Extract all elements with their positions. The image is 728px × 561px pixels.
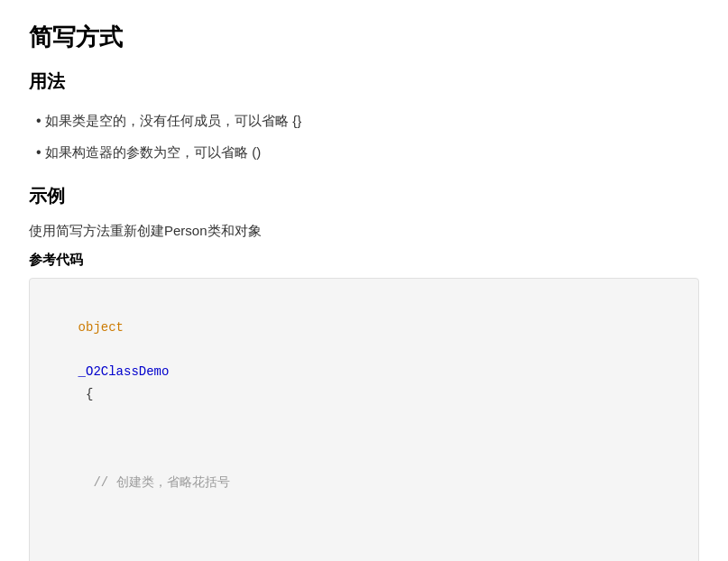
usage-item-1: 如果类是空的，没有任何成员，可以省略 {} — [36, 105, 699, 136]
example-section-title: 示例 — [29, 184, 699, 208]
object-name: _O2ClassDemo — [78, 364, 170, 379]
code-line-class: class Person — [48, 516, 680, 561]
main-title: 简写方式 — [29, 22, 699, 53]
code-line-comment-1: // 创建类，省略花括号 — [48, 449, 680, 516]
usage-item-2: 如果构造器的参数为空，可以省略 () — [36, 136, 699, 168]
code-block: object _O2ClassDemo { // 创建类，省略花括号 class… — [29, 278, 699, 561]
usage-list: 如果类是空的，没有任何成员，可以省略 {} 如果构造器的参数为空，可以省略 () — [36, 105, 699, 168]
example-description: 使用简写方法重新创建Person类和对象 — [29, 219, 699, 243]
usage-section-title: 用法 — [29, 69, 699, 94]
code-line-1: object _O2ClassDemo { — [48, 295, 680, 428]
ref-code-title: 参考代码 — [29, 252, 699, 269]
keyword-object: object — [78, 320, 124, 335]
code-line-blank-1 — [48, 428, 680, 450]
